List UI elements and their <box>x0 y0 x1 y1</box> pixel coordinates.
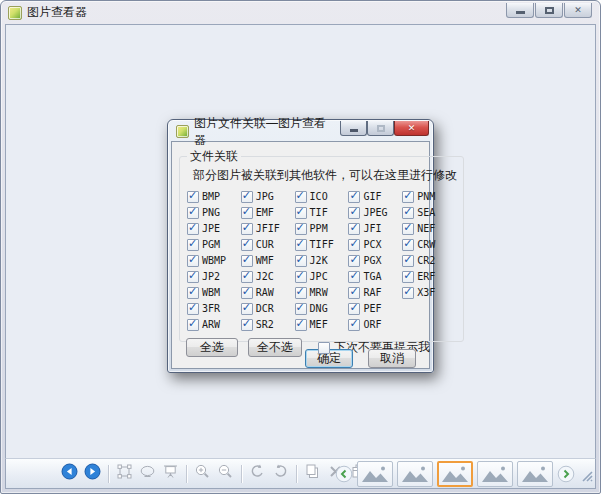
checkbox-icon <box>348 207 360 219</box>
dialog-minimize-button[interactable] <box>340 121 367 136</box>
checkbox-icon <box>402 239 414 251</box>
maximize-icon <box>545 7 554 14</box>
format-checkbox-jpe[interactable]: JPE <box>187 222 241 235</box>
toolbar-button-rotate-left[interactable] <box>246 463 269 484</box>
checkbox-icon <box>402 207 414 219</box>
resize-grip[interactable] <box>581 469 594 487</box>
format-checkbox-nef[interactable]: NEF <box>402 222 456 235</box>
format-label: JFI <box>363 223 381 234</box>
format-checkbox-emf[interactable]: EMF <box>241 206 295 219</box>
thumbnail-2[interactable] <box>397 461 433 487</box>
format-checkbox-jp2[interactable]: JP2 <box>187 270 241 283</box>
image-placeholder-icon <box>440 464 470 484</box>
checkbox-icon <box>348 223 360 235</box>
close-button[interactable]: ✕ <box>564 3 592 18</box>
format-checkbox-pgx[interactable]: PGX <box>348 254 402 267</box>
fit-screen-icon <box>139 463 156 484</box>
format-checkbox-bmp[interactable]: BMP <box>187 190 241 203</box>
checkbox-icon <box>295 255 307 267</box>
format-checkbox-tif[interactable]: TIF <box>295 206 349 219</box>
thumbnail-1[interactable] <box>357 461 393 487</box>
cancel-button[interactable]: 取消 <box>368 349 416 368</box>
toolbar-button-next[interactable] <box>81 463 104 484</box>
format-checkbox-x3f[interactable]: X3F <box>402 286 456 299</box>
toolbar-button-zoom-in[interactable] <box>191 463 214 484</box>
thumbnail-scroll-left-button[interactable] <box>335 465 353 483</box>
format-checkbox-j2c[interactable]: J2C <box>241 270 295 283</box>
format-checkbox-dcr[interactable]: DCR <box>241 302 295 315</box>
maximize-button[interactable] <box>535 3 563 18</box>
format-checkbox-j2k[interactable]: J2K <box>295 254 349 267</box>
dialog-title: 图片文件关联—图片查看器 <box>194 115 335 149</box>
select-none-button[interactable]: 全不选 <box>248 338 302 357</box>
format-checkbox-crw[interactable]: CRW <box>402 238 456 251</box>
checkbox-icon <box>348 239 360 251</box>
format-checkbox-wbm[interactable]: WBM <box>187 286 241 299</box>
format-checkbox-jfi[interactable]: JFI <box>348 222 402 235</box>
format-checkbox-orf[interactable]: ORF <box>348 318 402 331</box>
format-checkbox-3fr[interactable]: 3FR <box>187 302 241 315</box>
format-checkbox-mrw[interactable]: MRW <box>295 286 349 299</box>
format-checkbox-dng[interactable]: DNG <box>295 302 349 315</box>
thumbnail-5[interactable] <box>517 461 553 487</box>
toolbar-separator <box>241 465 242 483</box>
format-checkbox-pgm[interactable]: PGM <box>187 238 241 251</box>
format-checkbox-pcx[interactable]: PCX <box>348 238 402 251</box>
format-checkbox-ppm[interactable]: PPM <box>295 222 349 235</box>
format-label: MRW <box>310 287 328 298</box>
thumbnail-3-selected[interactable] <box>437 461 473 487</box>
minimize-icon <box>350 129 358 132</box>
slideshow-icon <box>162 463 179 484</box>
toolbar-separator <box>186 465 187 483</box>
format-checkbox-pnm[interactable]: PNM <box>402 190 456 203</box>
format-checkbox-raw[interactable]: RAW <box>241 286 295 299</box>
format-checkbox-mef[interactable]: MEF <box>295 318 349 331</box>
format-checkbox-sr2[interactable]: SR2 <box>241 318 295 331</box>
select-all-button[interactable]: 全选 <box>186 338 238 357</box>
format-label: GIF <box>363 191 381 202</box>
format-label: ERF <box>417 271 435 282</box>
minimize-button[interactable] <box>506 3 534 18</box>
toolbar-button-prev[interactable] <box>58 463 81 484</box>
format-checkbox-pef[interactable]: PEF <box>348 302 402 315</box>
toolbar-button-slideshow[interactable] <box>159 463 182 484</box>
format-checkbox-tiff[interactable]: TIFF <box>295 238 349 251</box>
format-checkbox-raf[interactable]: RAF <box>348 286 402 299</box>
thumbnail-scroll-right-button[interactable] <box>557 465 575 483</box>
format-checkbox-erf[interactable]: ERF <box>402 270 456 283</box>
format-label: EMF <box>256 207 274 218</box>
prev-icon <box>61 463 78 484</box>
toolbar-button-copy[interactable] <box>301 463 324 484</box>
format-label: JPEG <box>363 207 387 218</box>
format-label: TIFF <box>310 239 334 250</box>
format-checkbox-cr2[interactable]: CR2 <box>402 254 456 267</box>
toolbar-button-fit-screen[interactable] <box>136 463 159 484</box>
format-checkbox-wbmp[interactable]: WBMP <box>187 254 241 267</box>
format-label: X3F <box>417 287 435 298</box>
checkbox-icon <box>187 191 199 203</box>
format-checkbox-jpc[interactable]: JPC <box>295 270 349 283</box>
format-checkbox-jpeg[interactable]: JPEG <box>348 206 402 219</box>
format-label: PNM <box>417 191 435 202</box>
format-label: PEF <box>363 303 381 314</box>
association-description: 部分图片被关联到其他软件，可以在这里进行修改 <box>193 167 457 184</box>
format-checkbox-cur[interactable]: CUR <box>241 238 295 251</box>
format-checkbox-jfif[interactable]: JFIF <box>241 222 295 235</box>
checkbox-icon <box>348 287 360 299</box>
dialog-body: 文件关联 部分图片被关联到其他软件，可以在这里进行修改 BMPJPGICOGIF… <box>171 141 430 369</box>
dialog-close-button[interactable]: ✕ <box>394 121 429 136</box>
format-checkbox-gif[interactable]: GIF <box>348 190 402 203</box>
format-checkbox-wmf[interactable]: WMF <box>241 254 295 267</box>
format-checkbox-png[interactable]: PNG <box>187 206 241 219</box>
thumbnail-4[interactable] <box>477 461 513 487</box>
image-placeholder-icon <box>480 464 510 484</box>
format-checkbox-jpg[interactable]: JPG <box>241 190 295 203</box>
format-checkbox-arw[interactable]: ARW <box>187 318 241 331</box>
toolbar-button-rotate-right[interactable] <box>269 463 292 484</box>
toolbar-button-zoom-out[interactable] <box>214 463 237 484</box>
format-checkbox-ico[interactable]: ICO <box>295 190 349 203</box>
format-checkbox-sea[interactable]: SEA <box>402 206 456 219</box>
toolbar-button-crop[interactable] <box>113 463 136 484</box>
bottom-toolbar <box>5 458 596 489</box>
format-checkbox-tga[interactable]: TGA <box>348 270 402 283</box>
